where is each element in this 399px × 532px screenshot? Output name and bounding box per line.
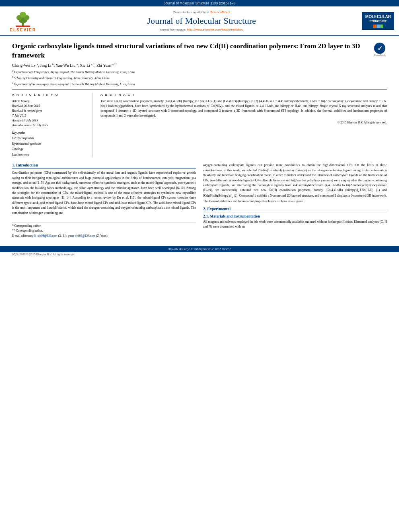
bottom-info: 0022-2860/© 2015 Elsevier B.V. All right… <box>0 252 399 257</box>
email-link-2[interactable]: yuan_zhi66@126.com <box>68 234 95 238</box>
abstract-heading: A B S T R A C T <box>101 93 387 97</box>
crossmark-label: CrossMark <box>374 54 385 56</box>
main-left-col: 1. Introduction Coordination polymers (C… <box>12 163 196 239</box>
section1-right-body: oxygen-containing carboxylate ligands ca… <box>203 163 387 204</box>
keywords-section: Keywords: Cd(II) compounds Hydrothermal … <box>12 131 87 157</box>
article-info-col: A R T I C L E I N F O Article history: R… <box>12 93 93 157</box>
mol-struct-logo-line1: MOLECULAR <box>364 14 393 19</box>
svg-point-4 <box>20 12 26 17</box>
history-online: Available online 17 July 2015 <box>12 123 87 128</box>
contents-available-line: Contents lists available at ScienceDirec… <box>45 10 358 14</box>
homepage-url[interactable]: http://www.elsevier.com/locate/molstruc <box>187 28 243 31</box>
section2-label: Experimental <box>207 207 230 211</box>
divider <box>12 89 387 90</box>
article-title-row: Organic carboxylate ligands tuned struct… <box>12 42 387 60</box>
journal-citation: Journal of Molecular Structure 1100 (201… <box>164 1 235 5</box>
main-body: 1. Introduction Coordination polymers (C… <box>12 163 387 239</box>
svg-rect-5 <box>16 26 30 27</box>
section2-1-body: All reagents and solvents employed in th… <box>203 220 387 230</box>
keyword-3: Topology <box>12 146 87 152</box>
section2-number: 2. <box>203 207 207 211</box>
elsevier-tree-icon <box>11 10 35 28</box>
section1-label: Introduction <box>16 163 38 167</box>
footnote-area: * Corresponding author. ** Corresponding… <box>12 222 196 238</box>
affiliations: a Department of Orthopaedics, Xijing Hos… <box>12 69 387 86</box>
journal-homepage: journal homepage: http://www.elsevier.co… <box>45 28 358 31</box>
footnote-email: E-mail addresses: li_xia08@126.com (X. L… <box>12 234 196 238</box>
article-info-abstract-row: A R T I C L E I N F O Article history: R… <box>12 93 387 157</box>
keywords-label: Keywords: <box>12 131 87 135</box>
author-4: Xia Li c,* <box>80 63 95 68</box>
footnote-corresponding: * Corresponding author. <box>12 224 196 228</box>
keyword-4: Luminescence <box>12 152 87 158</box>
section1-title: 1. Introduction <box>12 163 196 168</box>
sciencedirect-link[interactable]: ScienceDirect <box>210 10 230 14</box>
email-link-1[interactable]: li_xia08@126.com <box>34 234 58 238</box>
history-revised-label: Received in revised form <box>12 109 87 113</box>
copyright: © 2015 Elsevier B.V. All rights reserved… <box>101 121 387 124</box>
affiliation-a: a Department of Orthopaedics, Xijing Hos… <box>12 69 387 74</box>
author-3: Yan-Wu Liu a <box>56 63 78 68</box>
journal-center: Contents lists available at ScienceDirec… <box>45 10 358 31</box>
section2-1-title: 2.1. Materials and instrumentation <box>203 214 387 218</box>
author-1: Chang-Wei Lv a <box>12 63 38 68</box>
article-history: Article history: Received 26 June 2015 R… <box>12 99 87 128</box>
crossmark-icon: ✓ <box>374 43 385 54</box>
section1-number: 1. <box>12 163 16 167</box>
text-and-3: and <box>203 225 208 228</box>
author-5: Zhi Yuan a,** <box>97 63 117 68</box>
keyword-2: Hydrothermal syntheses <box>12 141 87 147</box>
footnote-double-corresponding: ** Corresponding author. <box>12 229 196 233</box>
article-area: Organic carboxylate ligands tuned struct… <box>0 36 399 243</box>
issn-line: 0022-2860/© 2015 Elsevier B.V. All right… <box>12 253 76 256</box>
history-revised-date: 7 July 2015 <box>12 113 87 118</box>
article-info-heading: A R T I C L E I N F O <box>12 93 87 97</box>
doi-link[interactable]: http://dx.doi.org/10.1016/j.molstruc.201… <box>168 247 232 251</box>
history-received: Received 26 June 2015 <box>12 104 87 109</box>
article-title: Organic carboxylate ligands tuned struct… <box>12 42 368 60</box>
affiliation-b: b School of Chemistry and Chemical Engin… <box>12 75 387 80</box>
history-label: Article history: <box>12 99 87 104</box>
text-and-2: and <box>382 188 387 192</box>
text-and-1: and <box>59 211 64 215</box>
history-accepted: Accepted 7 July 2015 <box>12 118 87 123</box>
doi-bar: http://dx.doi.org/10.1016/j.molstruc.201… <box>0 246 399 252</box>
main-right-col: oxygen-containing carboxylate ligands ca… <box>203 163 387 239</box>
section2-title: 2. Experimental <box>203 207 387 212</box>
crossmark-badge: ✓ CrossMark <box>372 43 387 56</box>
elsevier-logo: ELSEVIER <box>5 10 41 32</box>
affiliation-c: c Department of Neurosurgery, Xijing Hos… <box>12 81 387 86</box>
elsevier-wordmark: ELSEVIER <box>10 28 36 32</box>
abstract-text: Two new Cd(II) coordination polymers, na… <box>101 99 387 118</box>
section1-body: Coordination polymers (CPs) constructed … <box>12 170 196 216</box>
journal-title: Journal of Molecular Structure <box>45 16 358 26</box>
molecular-structure-logo: MOLECULAR STRUCTURE <box>362 12 394 29</box>
keyword-1: Cd(II) compounds <box>12 136 87 141</box>
journal-header: ELSEVIER Contents lists available at Sci… <box>0 6 399 36</box>
author-2: Jing Li b <box>40 63 54 68</box>
keywords-list: Cd(II) compounds Hydrothermal syntheses … <box>12 136 87 157</box>
top-bar: Journal of Molecular Structure 1100 (201… <box>0 0 399 6</box>
authors-line: Chang-Wei Lv a, Jing Li b, Yan-Wu Liu a,… <box>12 63 387 68</box>
mol-struct-logo-line2: STRUCTURE <box>364 19 393 23</box>
abstract-col: A B S T R A C T Two new Cd(II) coordinat… <box>101 93 387 157</box>
